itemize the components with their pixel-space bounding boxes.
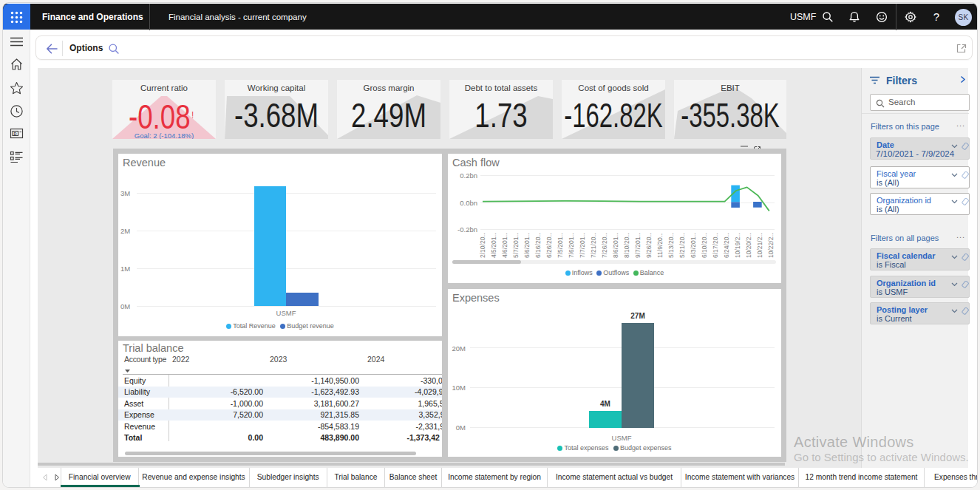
- svg-text:D: D: [14, 131, 17, 135]
